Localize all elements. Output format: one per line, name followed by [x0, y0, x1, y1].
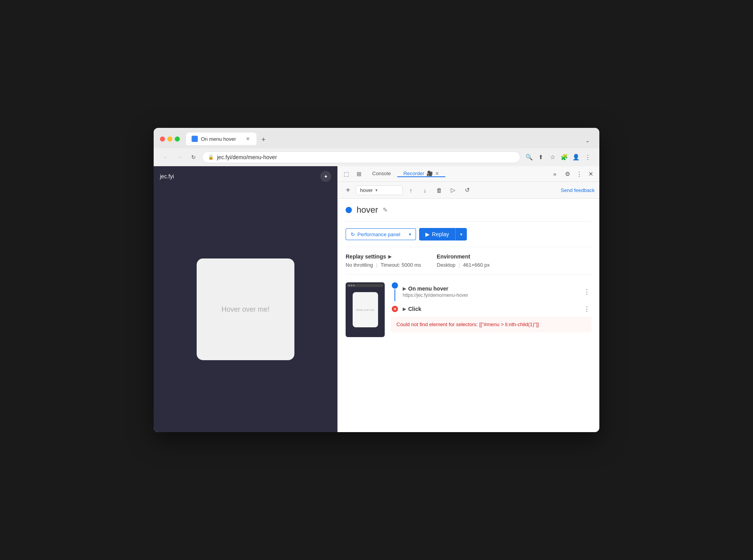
replay-settings-values: No throttling | Timeout: 5000 ms — [346, 262, 421, 268]
tab-close-button[interactable]: ✕ — [245, 136, 251, 142]
recording-status-dot — [346, 207, 352, 213]
lock-icon: 🔒 — [208, 154, 214, 160]
forward-button[interactable]: → — [174, 152, 185, 163]
add-recording-button[interactable]: + — [342, 185, 353, 196]
webpage-topbar: jec.fyi ✦ — [154, 166, 337, 187]
devtools-more-options-icon[interactable]: ⋮ — [574, 169, 584, 179]
step-click-header: ✕ ▶ Click ⋮ — [391, 304, 592, 314]
replay-icon: ▶ — [425, 231, 430, 237]
back-button[interactable]: ← — [160, 152, 171, 163]
steps-list: ▶ On menu hover https://jec.fyi/demo/men… — [391, 282, 592, 337]
export-button[interactable]: ↑ — [405, 184, 417, 196]
edit-title-icon[interactable]: ✎ — [383, 206, 388, 214]
environment-values: Desktop | 461×660 px — [437, 262, 489, 268]
webpage-theme-icon[interactable]: ✦ — [320, 171, 331, 182]
timeout-value: Timeout: 5000 ms — [380, 262, 421, 268]
step-navigate-url: https://jec.fyi/demo/menu-hover — [403, 293, 578, 298]
throttling-value: No throttling — [346, 262, 373, 268]
replay-button[interactable]: ▶ Replay — [419, 228, 455, 241]
resolution-value: 461×660 px — [463, 262, 489, 268]
webpage-panel: jec.fyi ✦ Hover over me! — [154, 166, 337, 432]
delete-button[interactable]: 🗑 — [433, 184, 445, 196]
webpage-logo: jec.fyi — [160, 173, 174, 179]
replay-settings-label: Replay settings — [346, 253, 386, 260]
console-tab[interactable]: Console — [366, 171, 397, 177]
perf-panel-label: Performance panel — [357, 232, 400, 237]
url-bar[interactable]: 🔒 jec.fyi/demo/menu-hover — [202, 151, 520, 163]
performance-panel-button-container: ↻ Performance panel ▾ — [346, 228, 416, 240]
share-button[interactable]: ⬆ — [535, 152, 546, 163]
step-line-1 — [394, 289, 395, 301]
step-click-title[interactable]: ▶ Click — [403, 306, 578, 312]
address-bar: ← → ↻ 🔒 jec.fyi/demo/menu-hover 🔍 ⬆ ☆ 🧩 … — [154, 148, 599, 166]
bookmark-button[interactable]: ☆ — [547, 152, 558, 163]
replay-button-container: ▶ Replay ▾ — [419, 228, 467, 241]
recording-title: hover — [357, 205, 378, 215]
step-click: ✕ ▶ Click ⋮ — [391, 304, 592, 332]
performance-panel-dropdown[interactable]: ▾ — [405, 228, 416, 240]
console-tab-label: Console — [372, 171, 391, 176]
more-tabs-button[interactable]: » — [549, 169, 560, 179]
recorder-tab-icon: 🎥 — [427, 171, 433, 176]
browser-window: 🌀 On menu hover ✕ + ⌄ ← → ↻ 🔒 jec.fyi/de… — [154, 128, 599, 432]
active-tab[interactable]: 🌀 On menu hover ✕ — [186, 133, 256, 145]
extensions-button[interactable]: 🧩 — [559, 152, 570, 163]
environment-label: Environment — [437, 253, 470, 260]
webpage-body: Hover over me! — [154, 187, 337, 432]
step-navigate-title[interactable]: ▶ On menu hover — [403, 285, 578, 292]
title-bar: 🌀 On menu hover ✕ + ⌄ — [154, 128, 599, 148]
send-feedback-link[interactable]: Send feedback — [561, 187, 595, 193]
new-tab-button[interactable]: + — [258, 134, 269, 145]
tab-expand-button[interactable]: ⌄ — [582, 136, 593, 145]
device-toolbar-icon[interactable]: ⊞ — [353, 169, 364, 179]
step-click-content: ▶ Click — [403, 306, 578, 312]
error-box: Could not find element for selectors: [[… — [391, 317, 592, 332]
performance-panel-button[interactable]: ↻ Performance panel — [346, 228, 405, 240]
devtools-header-actions: ⚙ ⋮ ✕ — [562, 169, 596, 179]
recorder-content: hover ✎ ↻ Performance panel ▾ ▶ — [338, 199, 599, 432]
play-button[interactable]: ▷ — [447, 184, 459, 196]
replay-label: Replay — [432, 231, 449, 237]
step-click-arrow: ▶ — [403, 307, 406, 312]
step-click-label: Click — [408, 306, 421, 312]
tab-title: On menu hover — [201, 136, 236, 142]
more-button[interactable]: ⋮ — [582, 152, 593, 163]
steps-section: Hover over me! — [346, 282, 592, 337]
devtools-settings-icon[interactable]: ⚙ — [562, 169, 573, 179]
recorder-tab[interactable]: Recorder 🎥 ✕ — [397, 171, 445, 177]
recorder-toolbar: + hover ▾ ↑ ↓ 🗑 ▷ ↺ Send feedback — [338, 182, 599, 199]
recording-select[interactable]: hover ▾ — [356, 185, 403, 195]
hover-card-text: Hover over me! — [221, 305, 269, 314]
settings-divider-1: | — [376, 262, 377, 268]
perf-panel-icon: ↻ — [351, 232, 355, 237]
preview-topbar — [347, 284, 383, 287]
browser-content: jec.fyi ✦ Hover over me! ⬚ ⊞ Console — [154, 166, 599, 432]
recorder-tab-close[interactable]: ✕ — [435, 171, 439, 176]
maximize-button[interactable] — [175, 136, 180, 142]
error-message: Could not find element for selectors: [[… — [396, 321, 539, 327]
replay-settings-col: Replay settings ▶ No throttling | Timeou… — [346, 253, 421, 268]
hover-card[interactable]: Hover over me! — [197, 258, 294, 360]
environment-value: Desktop — [437, 262, 455, 268]
step-click-more[interactable]: ⋮ — [582, 304, 592, 314]
devtools-close-icon[interactable]: ✕ — [585, 169, 596, 179]
replay-dropdown-button[interactable]: ▾ — [455, 228, 467, 241]
replay-settings-title[interactable]: Replay settings ▶ — [346, 253, 421, 260]
import-button[interactable]: ↓ — [419, 184, 431, 196]
recorder-tab-label: Recorder — [403, 171, 424, 176]
slow-play-button[interactable]: ↺ — [461, 184, 473, 196]
minimize-button[interactable] — [167, 136, 172, 142]
browser-actions: 🔍 ⬆ ☆ 🧩 👤 ⋮ — [524, 152, 593, 163]
element-picker-icon[interactable]: ⬚ — [341, 169, 352, 179]
traffic-lights — [160, 136, 180, 142]
profile-button[interactable]: 👤 — [570, 152, 581, 163]
refresh-button[interactable]: ↻ — [188, 152, 199, 163]
search-button[interactable]: 🔍 — [524, 152, 534, 163]
close-button[interactable] — [160, 136, 165, 142]
action-buttons-section: ↻ Performance panel ▾ ▶ Replay ▾ — [346, 228, 592, 247]
step-navigate-header: ▶ On menu hover https://jec.fyi/demo/men… — [391, 282, 592, 301]
step-navigate-label: On menu hover — [408, 285, 448, 292]
step-navigate-more[interactable]: ⋮ — [582, 287, 592, 296]
step-connector-2: ✕ — [391, 306, 399, 312]
step-dot-click: ✕ — [392, 306, 398, 312]
